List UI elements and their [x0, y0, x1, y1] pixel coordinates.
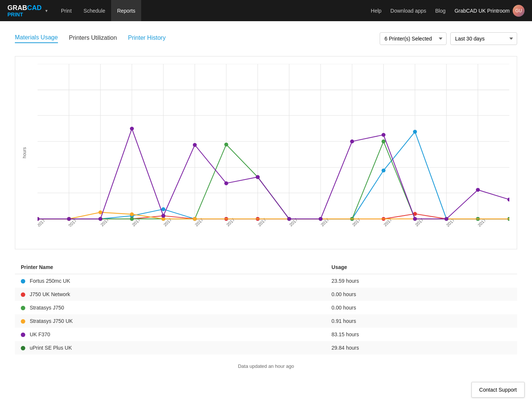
svg-point-79	[130, 217, 134, 221]
svg-point-98	[38, 217, 39, 221]
printer-name-cell: Stratasys J750	[15, 301, 325, 314]
y-axis-label: hours	[22, 147, 27, 158]
svg-point-82	[224, 143, 228, 146]
main-content: Materials Usage Printers Utilization Pri…	[0, 21, 532, 402]
svg-point-97	[193, 217, 197, 221]
user-menu[interactable]: GrabCAD UK Printroom GU	[454, 5, 525, 17]
svg-point-107	[319, 217, 323, 221]
navbar: GRAB CAD PRINT ▾ Print Schedule Reports …	[0, 0, 532, 21]
printer-name-cell: UK F370	[15, 328, 325, 341]
printer-usage-cell: 0.00 hours	[325, 301, 517, 314]
user-name: GrabCAD UK Printroom	[454, 8, 510, 14]
tabs-row: Materials Usage Printers Utilization Pri…	[15, 32, 517, 45]
printer-name: UK F370	[30, 331, 50, 337]
svg-point-111	[444, 217, 448, 221]
nav-help[interactable]: Help	[371, 8, 382, 14]
svg-point-55	[382, 169, 386, 172]
svg-point-87	[382, 139, 386, 143]
svg-point-101	[130, 127, 134, 130]
printer-usage-cell: 0.00 hours	[325, 288, 517, 301]
printer-usage-cell: 23.59 hours	[325, 274, 517, 288]
table-row: Stratasys J750 0.00 hours	[15, 301, 517, 314]
chart-svg: 0 4 8 12 16 20 24 Apr 6, 2017	[38, 64, 509, 227]
logo-print: PRINT	[7, 12, 42, 17]
col-printer-name: Printer Name	[15, 260, 325, 274]
logo-dropdown-arrow[interactable]: ▾	[45, 8, 48, 13]
svg-point-103	[193, 143, 197, 147]
printer-table: Printer Name Usage Fortus 250mc UK 23.59…	[15, 260, 517, 354]
svg-point-48	[161, 207, 165, 211]
printer-name: Stratasys J750	[30, 305, 64, 311]
table-row: Fortus 250mc UK 23.59 hours	[15, 274, 517, 288]
tab-printer-history[interactable]: Printer History	[128, 35, 166, 43]
nav-blog[interactable]: Blog	[435, 8, 445, 14]
nav-schedule[interactable]: Schedule	[78, 0, 111, 21]
svg-point-109	[382, 133, 386, 137]
printer-name-cell: Stratasys J750 UK	[15, 314, 325, 328]
filter-group: 6 Printer(s) Selected Last 30 days	[380, 32, 517, 45]
nav-reports[interactable]: Reports	[111, 0, 141, 21]
printer-color-dot	[21, 346, 25, 350]
table-row: J750 UK Network 0.00 hours	[15, 288, 517, 301]
tab-printers-utilization[interactable]: Printers Utilization	[69, 35, 117, 43]
printer-usage-cell: 29.84 hours	[325, 341, 517, 354]
printer-name: Stratasys J750 UK	[30, 318, 73, 324]
printer-name: uPrint SE Plus UK	[30, 345, 72, 351]
avatar: GU	[513, 5, 525, 17]
col-usage: Usage	[325, 260, 517, 274]
data-updated-text: Data updated an hour ago	[238, 363, 294, 369]
printer-color-dot	[21, 306, 25, 310]
printer-color-dot	[21, 279, 25, 284]
svg-point-105	[256, 175, 260, 179]
table-row: Stratasys J750 UK 0.91 hours	[15, 314, 517, 328]
table-row: UK F370 83.15 hours	[15, 328, 517, 341]
svg-point-94	[98, 210, 103, 214]
svg-point-102	[161, 214, 165, 218]
svg-point-112	[476, 188, 480, 192]
chart-container: hours 0 4 8 12 16 20 24	[15, 56, 517, 249]
printer-color-dot	[21, 319, 25, 324]
svg-point-56	[413, 130, 417, 133]
nav-right: Help Download apps Blog GrabCAD UK Print…	[371, 5, 525, 17]
table-row: uPrint SE Plus UK 29.84 hours	[15, 341, 517, 354]
tab-materials-usage[interactable]: Materials Usage	[15, 34, 58, 43]
svg-point-108	[350, 139, 354, 143]
printer-usage-cell: 0.91 hours	[325, 314, 517, 328]
svg-point-113	[507, 198, 509, 201]
printer-name: J750 UK Network	[30, 291, 70, 297]
printer-name-cell: J750 UK Network	[15, 288, 325, 301]
svg-point-99	[67, 217, 71, 221]
svg-point-110	[413, 217, 417, 221]
printer-name-cell: uPrint SE Plus UK	[15, 341, 325, 354]
svg-point-106	[287, 217, 291, 221]
printer-color-dot	[21, 333, 25, 337]
contact-support-button[interactable]: Contact Support	[471, 382, 525, 398]
printer-color-dot	[21, 292, 25, 297]
logo[interactable]: GRAB CAD PRINT	[7, 4, 42, 17]
nav-print[interactable]: Print	[55, 0, 78, 21]
svg-point-104	[224, 181, 228, 185]
svg-point-95	[130, 212, 134, 216]
nav-download-apps[interactable]: Download apps	[390, 8, 426, 14]
printer-name: Fortus 250mc UK	[30, 278, 70, 284]
footer: Data updated an hour ago	[15, 363, 517, 391]
logo-grab: GRAB	[7, 4, 27, 12]
printer-name-cell: Fortus 250mc UK	[15, 274, 325, 288]
date-select[interactable]: Last 30 days	[450, 32, 517, 45]
printer-select[interactable]: 6 Printer(s) Selected	[380, 32, 447, 45]
svg-point-100	[98, 217, 103, 221]
logo-cad: CAD	[27, 4, 42, 12]
printer-usage-cell: 83.15 hours	[325, 328, 517, 341]
